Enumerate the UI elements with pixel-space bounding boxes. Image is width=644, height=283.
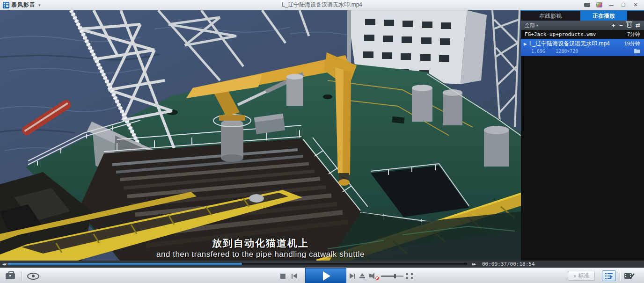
film-check-icon bbox=[624, 272, 635, 280]
file-size: 1.69G bbox=[531, 49, 545, 54]
eye-icon bbox=[27, 273, 39, 280]
skin-button[interactable] bbox=[595, 2, 603, 8]
volume-slider[interactable] bbox=[380, 275, 404, 277]
player-window: 暴风影音 ▾ L_辽宁陆海设备汉语无水印.mp4 — ❐ ✕ bbox=[0, 0, 644, 283]
play-button[interactable] bbox=[305, 268, 346, 283]
app-menu-caret-icon: ▾ bbox=[38, 3, 41, 7]
playlist-item[interactable]: FG+Jack-up+products.wmv 7分钟 bbox=[521, 30, 644, 39]
playlist-toolbar: 全部 ▾ + − ⇄ bbox=[521, 21, 644, 30]
filter-caret-icon: ▾ bbox=[536, 23, 538, 28]
quality-label: 标准 bbox=[578, 272, 589, 280]
remove-file-button[interactable]: − bbox=[619, 22, 623, 29]
playlist-item-duration: 7分钟 bbox=[627, 31, 640, 38]
minimize-button[interactable]: — bbox=[607, 2, 615, 8]
video-display[interactable]: 放到自动化猫道机上 and then transfered to the pip… bbox=[0, 10, 521, 261]
playlist-toggle-button[interactable] bbox=[602, 270, 616, 281]
playlist-item-selected[interactable]: ▶ L_辽宁陆海设备汉语无水印.mp4 19分钟 1.69G 1280×720 bbox=[521, 39, 644, 56]
control-bar: » 标准 bbox=[0, 268, 644, 283]
toolbox-icon bbox=[6, 273, 15, 279]
toolbox-button[interactable] bbox=[5, 272, 16, 280]
playlist-item-name: FG+Jack-up+products.wmv bbox=[525, 31, 596, 37]
previous-icon bbox=[293, 273, 297, 279]
maximize-button[interactable]: ❐ bbox=[620, 2, 627, 8]
mute-button[interactable] bbox=[369, 272, 378, 280]
app-logo-icon bbox=[3, 2, 9, 8]
playlist-panel: 在线影视 正在播放 全部 ▾ + − ⇄ FG+Jack-up+products… bbox=[521, 10, 644, 261]
volume-fill bbox=[381, 276, 395, 277]
volume-track bbox=[381, 276, 403, 277]
playlist-item-duration: 19分钟 bbox=[624, 40, 640, 47]
panel-tabs: 在线影视 正在播放 bbox=[521, 11, 644, 21]
progress-fill bbox=[7, 263, 242, 265]
reorder-list-button[interactable]: ⇄ bbox=[636, 22, 640, 28]
filter-label: 全部 bbox=[525, 22, 535, 29]
seek-back-icon[interactable]: ◀◀ bbox=[0, 262, 7, 266]
play-icon bbox=[323, 271, 330, 281]
open-folder-icon[interactable] bbox=[634, 50, 640, 53]
video-settings-button[interactable] bbox=[622, 271, 637, 281]
now-playing-icon: ▶ bbox=[524, 42, 527, 46]
fullscreen-icon bbox=[406, 273, 413, 279]
next-button[interactable] bbox=[348, 273, 357, 279]
seek-forward-icon[interactable]: ▶▶ bbox=[470, 262, 477, 266]
stop-button[interactable] bbox=[279, 273, 286, 279]
eyeshield-button[interactable] bbox=[26, 272, 40, 280]
speech-bubble-icon bbox=[584, 3, 590, 7]
chevrons-icon: » bbox=[573, 273, 577, 279]
speaker-muted-icon bbox=[369, 273, 378, 279]
app-menu[interactable]: 暴风影音 ▾ bbox=[0, 1, 41, 9]
eject-icon bbox=[359, 273, 365, 278]
time-display: 00:09:37/00:18:54 bbox=[482, 261, 535, 267]
playlist-icon bbox=[605, 273, 613, 279]
tab-online-video[interactable]: 在线影视 bbox=[521, 11, 580, 21]
add-file-button[interactable]: + bbox=[612, 22, 615, 29]
divider bbox=[22, 271, 22, 280]
playlist-item-name: L_辽宁陆海设备汉语无水印.mp4 bbox=[529, 40, 610, 48]
window-title: L_辽宁陆海设备汉语无水印.mp4 bbox=[0, 1, 644, 9]
quality-standard-button[interactable]: » 标准 bbox=[568, 271, 595, 281]
skin-palette-icon bbox=[596, 2, 602, 7]
clear-list-button[interactable] bbox=[627, 23, 631, 28]
seek-bar-row: ◀◀ ▶▶ 00:09:37/00:18:54 bbox=[0, 261, 644, 268]
divider bbox=[620, 271, 620, 280]
filter-dropdown[interactable]: 全部 ▾ bbox=[525, 22, 538, 29]
next-icon bbox=[350, 273, 354, 279]
video-scene bbox=[0, 10, 521, 261]
title-bar: 暴风影音 ▾ L_辽宁陆海设备汉语无水印.mp4 — ❐ ✕ bbox=[0, 0, 644, 10]
previous-button[interactable] bbox=[290, 273, 299, 279]
feedback-button[interactable] bbox=[583, 2, 591, 8]
tab-now-playing[interactable]: 正在播放 bbox=[580, 11, 627, 21]
fullscreen-button[interactable] bbox=[405, 273, 414, 279]
volume-thumb[interactable] bbox=[394, 274, 396, 278]
seek-bar[interactable] bbox=[7, 263, 467, 265]
stop-icon bbox=[280, 274, 285, 279]
file-resolution: 1280×720 bbox=[556, 49, 578, 54]
eject-button[interactable] bbox=[359, 272, 366, 279]
app-name: 暴风影音 bbox=[11, 1, 36, 9]
close-button[interactable]: ✕ bbox=[632, 2, 639, 8]
